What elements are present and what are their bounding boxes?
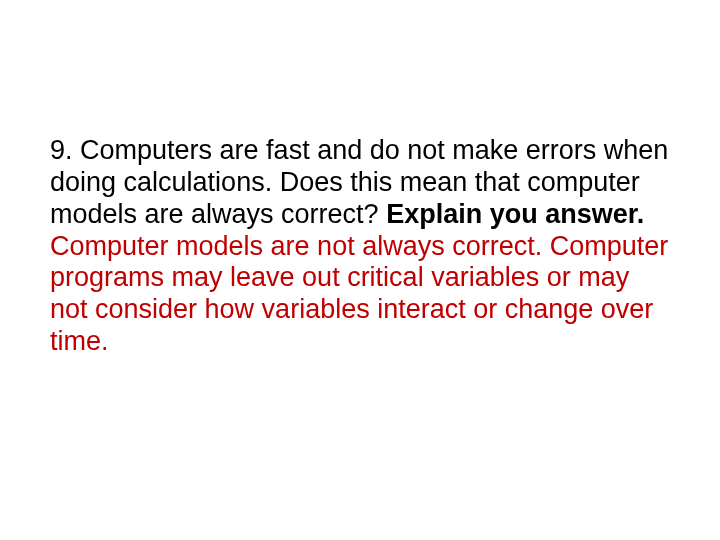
slide-content: 9. Computers are fast and do not make er… xyxy=(50,135,670,358)
question-number: 9. xyxy=(50,135,73,165)
question-block: 9. Computers are fast and do not make er… xyxy=(50,135,670,231)
answer-text: Computer models are not always correct. … xyxy=(50,231,670,358)
question-instruction: Explain you answer. xyxy=(386,199,644,229)
